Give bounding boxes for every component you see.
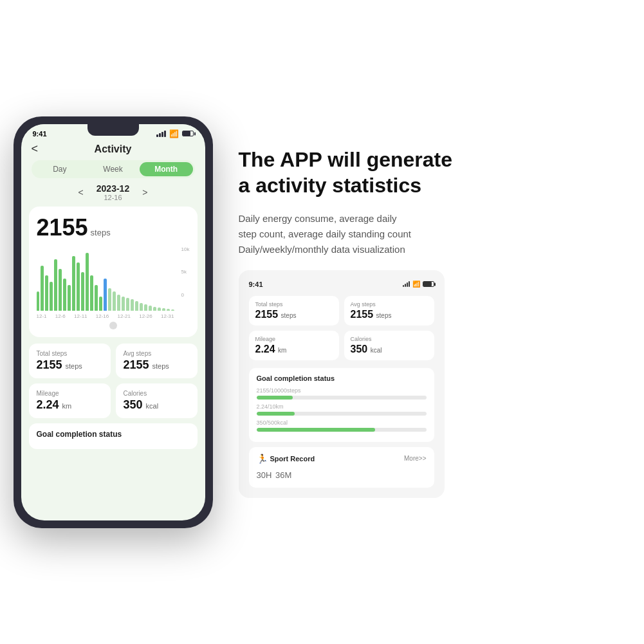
tab-week[interactable]: Week <box>86 162 140 176</box>
mini-signal-icon <box>403 281 410 287</box>
chart-x-labels: 12-1 12-6 12-11 12-16 12-21 12-26 12-31 <box>37 313 190 319</box>
mileage-label: Mileage <box>37 390 103 397</box>
phone-screen: 9:41 📶 < Activity <box>21 124 205 520</box>
goal-title: Goal completion status <box>37 430 190 439</box>
stat-total-steps: Total steps 2155 steps <box>29 344 111 378</box>
goal-bar-2-bg <box>257 412 427 416</box>
chart-card: 2155 steps <box>29 207 198 337</box>
mini-goal-completion: Goal completion status 2155/10000steps 2… <box>249 368 434 442</box>
tab-selector: Day Week Month <box>32 160 195 178</box>
runner-icon: 🏃 <box>257 454 268 464</box>
chart-y-labels: 10k 5k 0 <box>181 246 190 298</box>
goal-row-2: 2.24/10km <box>257 403 427 416</box>
steps-label: steps <box>91 228 111 237</box>
app-header: < Activity <box>21 141 205 160</box>
avg-steps-value: 2155 steps <box>124 358 190 372</box>
back-button[interactable]: < <box>32 142 39 156</box>
x-label-16: 12-16 <box>96 313 109 319</box>
mini-stat-calories: Calories 350 kcal <box>344 331 434 360</box>
mini-mileage-label: Mileage <box>255 336 333 342</box>
date-display: 2023-12 12-16 <box>97 183 129 201</box>
mini-total-steps-value: 2155 steps <box>255 309 333 320</box>
mini-status-time: 9:41 <box>249 281 263 288</box>
date-main: 2023-12 <box>97 183 129 194</box>
sport-record-header: 🏃 Sport Record More>> <box>257 454 427 464</box>
goal-section: Goal completion status <box>29 423 198 449</box>
wifi-icon: 📶 <box>169 129 179 138</box>
mini-calories-label: Calories <box>351 336 428 342</box>
x-label-21: 12-21 <box>118 313 131 319</box>
x-label-11: 12-11 <box>74 313 87 319</box>
right-content: The APP will generate a activity statist… <box>239 147 631 498</box>
mini-battery-icon <box>423 281 434 287</box>
bar-chart-container: 10k 5k 0 12-1 12-6 12-11 12-16 12-21 12-… <box>37 246 190 329</box>
mini-avg-steps-value: 2155 steps <box>351 309 428 320</box>
x-label-1: 12-1 <box>37 313 47 319</box>
mileage-value: 2.24 km <box>37 398 103 412</box>
battery-icon <box>182 131 194 136</box>
date-next-button[interactable]: > <box>142 187 147 198</box>
sport-time: 30H 36M <box>257 466 427 481</box>
description: Daily energy consume, average daily step… <box>239 211 631 257</box>
status-time: 9:41 <box>33 130 47 138</box>
goal-row-1: 2155/10000steps <box>257 387 427 400</box>
goal-bar-1-fill <box>257 396 293 400</box>
mini-stat-mileage: Mileage 2.24 km <box>249 331 339 360</box>
signal-icon <box>156 131 166 137</box>
y-label-0: 0 <box>181 292 190 298</box>
mini-stat-avg-steps: Avg steps 2155 steps <box>344 296 434 326</box>
phone-mockup: 9:41 📶 < Activity <box>14 116 213 528</box>
goal-bar-3-fill <box>257 428 376 432</box>
stats-grid: Total steps 2155 steps Avg steps 2155 st… <box>29 344 198 418</box>
goal-bar-2-fill <box>257 412 295 416</box>
stat-avg-steps: Avg steps 2155 steps <box>116 344 198 378</box>
calories-label: Calories <box>124 390 190 397</box>
total-steps-value: 2155 steps <box>37 358 103 372</box>
goal-row-1-label: 2155/10000steps <box>257 387 427 394</box>
stat-mileage: Mileage 2.24 km <box>29 383 111 418</box>
tab-month[interactable]: Month <box>140 162 193 176</box>
y-label-5k: 5k <box>181 269 190 275</box>
mini-status-bar: 9:41 📶 <box>249 281 434 288</box>
x-label-26: 12-26 <box>139 313 152 319</box>
bar-chart: 10k 5k 0 <box>37 246 190 311</box>
avg-steps-label: Avg steps <box>124 350 190 357</box>
mini-calories-value: 350 kcal <box>351 344 428 355</box>
mini-status-icons: 📶 <box>403 281 434 288</box>
mini-wifi-icon: 📶 <box>412 281 420 288</box>
goal-row-2-label: 2.24/10km <box>257 403 427 410</box>
app-title: Activity <box>95 143 132 155</box>
mini-stats-grid: Total steps 2155 steps Avg steps 2155 st… <box>249 296 434 360</box>
mini-avg-steps-label: Avg steps <box>351 301 428 308</box>
status-icons: 📶 <box>156 129 194 138</box>
date-sub: 12-16 <box>97 194 129 201</box>
mini-goal-title: Goal completion status <box>257 374 427 382</box>
headline-text: The APP will generate a activity statist… <box>239 147 631 198</box>
tab-day[interactable]: Day <box>33 162 87 176</box>
stat-calories: Calories 350 kcal <box>116 383 198 418</box>
mini-mileage-value: 2.24 km <box>255 344 333 355</box>
steps-number: 2155 <box>37 214 88 241</box>
phone-notch <box>87 124 139 136</box>
sport-more-link[interactable]: More>> <box>404 455 426 462</box>
x-label-6: 12-6 <box>55 313 66 319</box>
sport-record: 🏃 Sport Record More>> 30H 36M <box>249 447 434 488</box>
date-prev-button[interactable]: < <box>78 187 84 198</box>
y-label-10k: 10k <box>181 246 190 252</box>
goal-bar-3-bg <box>257 428 427 432</box>
mini-stat-total-steps: Total steps 2155 steps <box>249 296 339 326</box>
x-label-31: 12-31 <box>161 313 174 319</box>
date-nav: < 2023-12 12-16 > <box>21 183 205 201</box>
goal-bar-1-bg <box>257 396 427 400</box>
steps-display: 2155 steps <box>37 214 190 241</box>
calories-value: 350 kcal <box>124 398 190 412</box>
headline: The APP will generate a activity statist… <box>239 147 631 198</box>
chart-marker <box>109 322 117 329</box>
sport-record-title: 🏃 Sport Record <box>257 454 315 464</box>
mini-total-steps-label: Total steps <box>255 301 333 308</box>
goal-row-3-label: 350/500kcal <box>257 419 427 426</box>
mini-screen: 9:41 📶 T <box>239 270 445 498</box>
goal-row-3: 350/500kcal <box>257 419 427 432</box>
total-steps-label: Total steps <box>37 350 103 357</box>
